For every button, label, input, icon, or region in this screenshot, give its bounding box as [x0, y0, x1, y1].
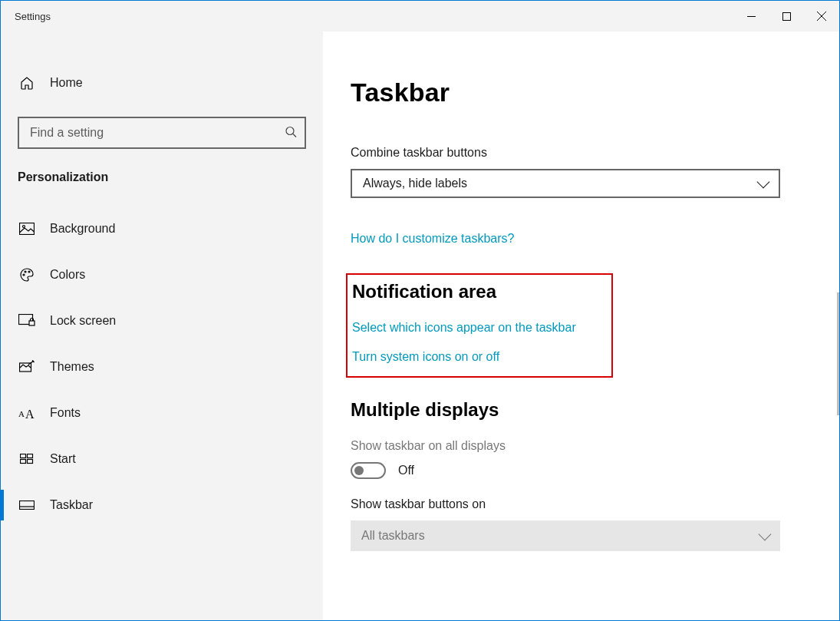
show-all-toggle[interactable] [351, 462, 386, 479]
show-buttons-dropdown[interactable]: All taskbars [351, 520, 780, 551]
palette-icon [18, 267, 36, 282]
sidebar: Home Personalization Background Colors L… [1, 31, 323, 620]
svg-text:A: A [25, 408, 35, 419]
svg-point-4 [286, 127, 294, 135]
chevron-down-icon [759, 528, 772, 541]
svg-rect-16 [21, 454, 26, 458]
picture-icon [18, 223, 36, 235]
svg-point-9 [25, 271, 26, 273]
show-all-state: Off [398, 464, 414, 477]
sidebar-item-label: Colors [50, 268, 85, 282]
sidebar-item-label: Taskbar [50, 498, 93, 512]
lock-screen-icon [18, 314, 36, 328]
combine-value: Always, hide labels [363, 177, 467, 190]
start-icon [18, 454, 36, 464]
home-label: Home [50, 76, 83, 90]
svg-rect-12 [29, 321, 35, 325]
window-title: Settings [1, 11, 51, 22]
home-nav[interactable]: Home [1, 66, 323, 100]
home-icon [18, 75, 36, 91]
show-buttons-label: Show taskbar buttons on [351, 497, 793, 511]
main-content: Taskbar Combine taskbar buttons Always, … [323, 31, 839, 620]
svg-line-5 [293, 134, 296, 137]
chevron-down-icon [757, 176, 770, 189]
svg-point-7 [23, 226, 25, 228]
sidebar-item-themes[interactable]: Themes [1, 344, 323, 390]
search-icon [285, 126, 297, 140]
minimize-button[interactable] [733, 1, 769, 31]
combine-dropdown[interactable]: Always, hide labels [351, 169, 780, 198]
svg-rect-20 [20, 501, 35, 510]
svg-point-10 [28, 271, 30, 273]
page-title: Taskbar [351, 78, 793, 107]
notification-heading: Notification area [348, 281, 611, 302]
sidebar-item-start[interactable]: Start [1, 436, 323, 482]
show-all-label: Show taskbar on all displays [351, 439, 793, 453]
sidebar-item-lock-screen[interactable]: Lock screen [1, 298, 323, 344]
system-icons-link[interactable]: Turn system icons on or off [352, 350, 611, 364]
sidebar-item-taskbar[interactable]: Taskbar [1, 482, 323, 528]
svg-rect-1 [782, 12, 790, 20]
svg-rect-18 [21, 460, 26, 464]
svg-rect-6 [20, 223, 35, 235]
sidebar-item-label: Start [50, 452, 76, 466]
close-icon [817, 12, 826, 21]
close-button[interactable] [804, 1, 839, 31]
themes-icon [18, 360, 36, 374]
minimize-icon [747, 12, 756, 21]
help-link[interactable]: How do I customize taskbars? [351, 232, 514, 246]
combine-label: Combine taskbar buttons [351, 146, 793, 160]
titlebar: Settings [1, 1, 839, 31]
maximize-icon [782, 12, 791, 21]
fonts-icon: AA [18, 407, 36, 419]
svg-text:A: A [18, 409, 25, 418]
section-label: Personalization [1, 166, 323, 206]
settings-window: Settings Home Pe [0, 0, 840, 621]
sidebar-item-label: Themes [50, 360, 94, 374]
show-buttons-value: All taskbars [361, 529, 425, 543]
taskbar-icon [18, 500, 36, 510]
sidebar-item-colors[interactable]: Colors [1, 252, 323, 298]
sidebar-item-background[interactable]: Background [1, 206, 323, 252]
sidebar-item-label: Lock screen [50, 314, 116, 328]
search-container [18, 117, 306, 149]
sidebar-item-label: Background [50, 222, 115, 236]
svg-point-8 [23, 274, 25, 276]
select-icons-link[interactable]: Select which icons appear on the taskbar [352, 321, 611, 335]
multiple-displays-heading: Multiple displays [351, 399, 793, 421]
sidebar-item-fonts[interactable]: AA Fonts [1, 390, 323, 436]
notification-area-highlight: Notification area Select which icons app… [346, 273, 613, 378]
svg-rect-19 [28, 460, 33, 464]
search-input[interactable] [18, 117, 306, 149]
scrollbar[interactable] [837, 292, 839, 415]
svg-rect-17 [28, 454, 33, 458]
sidebar-item-label: Fonts [50, 406, 81, 420]
maximize-button[interactable] [769, 1, 804, 31]
